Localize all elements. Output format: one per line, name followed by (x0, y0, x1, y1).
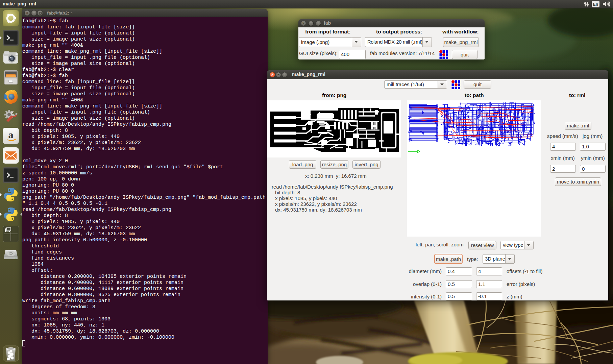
svg-text:a: a (8, 129, 14, 140)
svg-text:En: En (593, 2, 598, 7)
